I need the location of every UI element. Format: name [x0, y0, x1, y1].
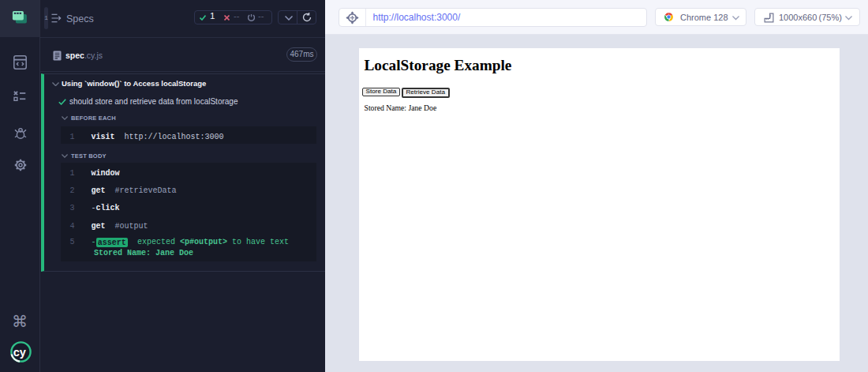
svg-text:cy: cy	[13, 346, 25, 359]
